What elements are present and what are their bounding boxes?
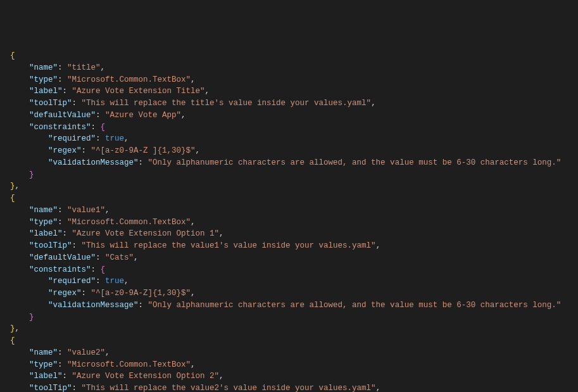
code-line: "label": "Azure Vote Extension Option 1"…: [0, 228, 578, 240]
code-line: }: [0, 169, 578, 181]
code-line: "label": "Azure Vote Extension Option 2"…: [0, 370, 578, 383]
code-line: }: [0, 312, 578, 324]
code-line: "required": true,: [0, 275, 578, 288]
code-line: "label": "Azure Vote Extension Title",: [0, 85, 578, 98]
code-line: {: [0, 193, 578, 205]
code-line: "name": "value1",: [0, 205, 578, 217]
code-line: "validationMessage": "Only alphanumeric …: [0, 300, 578, 312]
code-line: "toolTip": "This will replace the value1…: [0, 240, 578, 252]
code-line: "toolTip": "This will replace the value2…: [0, 383, 578, 392]
code-editor-view[interactable]: { "name": "title", "type": "Microsoft.Co…: [0, 50, 578, 392]
code-line: "defaultValue": "Azure Vote App",: [0, 110, 578, 122]
code-line: "type": "Microsoft.Common.TextBox",: [0, 74, 578, 86]
code-line: {: [0, 50, 578, 62]
code-line: "required": true,: [0, 133, 578, 145]
code-line: {: [0, 335, 578, 347]
code-line: "name": "title",: [0, 62, 578, 74]
code-line: "regex": "^[a-z0-9A-Z]{1,30}$",: [0, 288, 578, 300]
code-line: },: [0, 180, 578, 193]
code-line: "name": "value2",: [0, 347, 578, 359]
code-line: "defaultValue": "Cats",: [0, 252, 578, 264]
code-line: },: [0, 323, 578, 335]
code-line: "type": "Microsoft.Common.TextBox",: [0, 217, 578, 229]
code-line: "constraints": {: [0, 122, 578, 134]
code-line: "validationMessage": "Only alphanumeric …: [0, 157, 578, 169]
code-line: "regex": "^[a-z0-9A-Z ]{1,30}$",: [0, 145, 578, 157]
code-line: "toolTip": "This will replace the title'…: [0, 98, 578, 110]
code-line: "constraints": {: [0, 264, 578, 276]
code-line: "type": "Microsoft.Common.TextBox",: [0, 359, 578, 371]
